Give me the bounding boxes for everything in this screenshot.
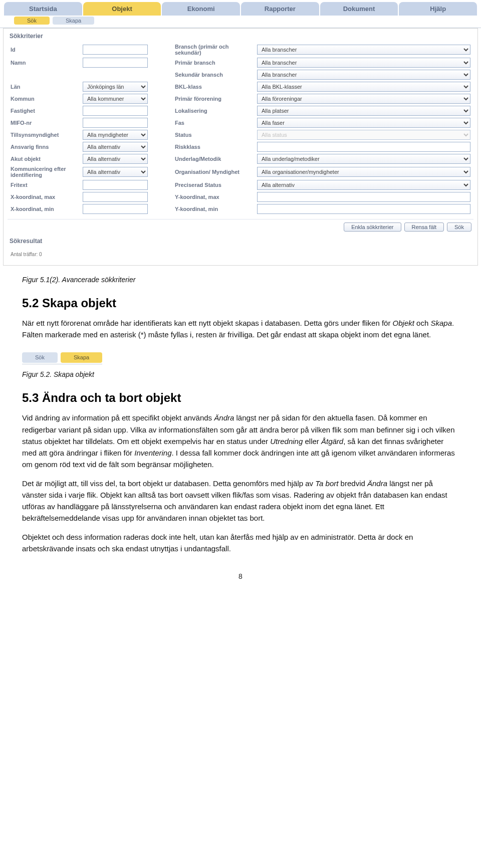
right-input-8[interactable] xyxy=(257,142,470,152)
right-input-6[interactable]: Alla faser xyxy=(257,118,470,128)
sub-navigation: SökSkapa xyxy=(0,16,481,28)
left-input-13[interactable] xyxy=(83,204,148,214)
left-label-5: Fastighet xyxy=(11,108,76,114)
right-input-2[interactable]: Alla branscher xyxy=(257,70,470,80)
button-row: Enkla sökkriterier Rensa fält Sök xyxy=(4,222,477,234)
right-label-11: Preciserad Status xyxy=(175,182,250,188)
right-field-8 xyxy=(257,142,470,152)
topnav-tab-hjälp[interactable]: Hjälp xyxy=(399,2,477,16)
left-label-6: MIFO-nr xyxy=(11,120,76,126)
left-input-1[interactable] xyxy=(83,58,148,68)
right-input-13[interactable] xyxy=(257,204,470,214)
sok-button[interactable]: Sök xyxy=(447,223,471,232)
subnav-pill-skapa[interactable]: Skapa xyxy=(53,17,94,25)
left-input-7[interactable]: Alla myndigheter xyxy=(83,130,148,140)
right-field-9: Alla underlag/metodiker xyxy=(257,154,470,164)
top-navigation: StartsidaObjektEkonomiRapporterDokumentH… xyxy=(0,0,481,16)
left-field-5 xyxy=(83,106,168,116)
left-input-8[interactable]: Alla alternativ xyxy=(83,142,148,152)
right-input-3[interactable]: Alla BKL-klasser xyxy=(257,82,470,92)
left-input-11[interactable] xyxy=(83,180,148,190)
left-input-5[interactable] xyxy=(83,106,148,116)
left-input-9[interactable]: Alla alternativ xyxy=(83,154,148,164)
right-field-0: Alla branscher xyxy=(257,45,470,55)
left-field-11 xyxy=(83,180,168,190)
right-input-10[interactable]: Alla organisationer/myndigheter xyxy=(257,167,470,177)
rensa-button[interactable]: Rensa fält xyxy=(404,223,444,232)
left-input-6[interactable] xyxy=(83,118,148,128)
fig-subnav-sök: Sök xyxy=(22,352,58,363)
right-label-8: Riskklass xyxy=(175,144,250,150)
right-input-7: Alla status xyxy=(257,130,470,140)
left-label-7: Tillsynsmyndighet xyxy=(11,132,76,138)
left-field-0 xyxy=(83,45,168,55)
left-input-3[interactable]: Jönköpings län xyxy=(83,82,148,92)
topnav-tab-objekt[interactable]: Objekt xyxy=(83,2,161,16)
left-label-11: Fritext xyxy=(11,182,76,188)
heading-5-2: 5.2 Skapa objekt xyxy=(22,294,459,312)
enkla-button[interactable]: Enkla sökkriterier xyxy=(344,223,401,232)
left-label-0: Id xyxy=(11,47,76,53)
right-label-7: Status xyxy=(175,132,250,138)
right-input-0[interactable]: Alla branscher xyxy=(257,45,470,55)
figure-caption-5-2: Figur 5.2. Skapa objekt xyxy=(22,369,459,380)
subnav-pill-sök[interactable]: Sök xyxy=(14,17,50,25)
topnav-tab-rapporter[interactable]: Rapporter xyxy=(241,2,319,16)
paragraph-5-2: När ett nytt förorenat område har identi… xyxy=(22,317,459,341)
left-input-4[interactable]: Alla kommuner xyxy=(83,94,148,104)
right-field-2: Alla branscher xyxy=(257,70,470,80)
left-label-8: Ansvarig finns xyxy=(11,144,76,150)
right-field-7: Alla status xyxy=(257,130,470,140)
right-input-1[interactable]: Alla branscher xyxy=(257,58,470,68)
left-field-8: Alla alternativ xyxy=(83,142,168,152)
left-field-10: Alla alternativ xyxy=(83,167,168,177)
right-input-5[interactable]: Alla platser xyxy=(257,106,470,116)
right-field-5: Alla platser xyxy=(257,106,470,116)
right-field-10: Alla organisationer/myndigheter xyxy=(257,167,470,177)
left-label-3: Län xyxy=(11,84,76,90)
right-label-0: Bransch (primär och sekundär) xyxy=(175,44,250,56)
left-field-1 xyxy=(83,58,168,68)
right-field-4: Alla föroreningar xyxy=(257,94,470,104)
left-field-12 xyxy=(83,192,168,202)
left-input-0[interactable] xyxy=(83,45,148,55)
hits-count: Antal träffar: 0 xyxy=(4,249,477,262)
paragraph-5-3-3: Objektet och dess information raderas do… xyxy=(22,531,459,555)
right-field-11: Alla alternativ xyxy=(257,180,470,190)
right-label-1: Primär bransch xyxy=(175,60,250,66)
left-label-9: Akut objekt xyxy=(11,156,76,162)
right-label-12: Y-koordinat, max xyxy=(175,194,250,200)
left-input-10[interactable]: Alla alternativ xyxy=(83,167,148,177)
right-input-9[interactable]: Alla underlag/metodiker xyxy=(257,154,470,164)
left-label-13: X-koordinat, min xyxy=(11,206,76,212)
left-input-12[interactable] xyxy=(83,192,148,202)
search-form-grid: IdBransch (primär och sekundär)Alla bran… xyxy=(4,44,477,214)
right-label-10: Organisation/ Myndighet xyxy=(175,169,250,175)
separator xyxy=(8,219,473,220)
left-field-3: Jönköpings län xyxy=(83,82,168,92)
paragraph-5-3-2: Det är möjligt att, till viss del, ta bo… xyxy=(22,478,459,524)
right-label-5: Lokalisering xyxy=(175,108,250,114)
left-field-9: Alla alternativ xyxy=(83,154,168,164)
figure-caption-5-1-2: Figur 5.1(2). Avancerade sökkriterier xyxy=(22,275,459,286)
right-input-11[interactable]: Alla alternativ xyxy=(257,180,470,190)
right-label-6: Fas xyxy=(175,120,250,126)
right-field-6: Alla faser xyxy=(257,118,470,128)
right-field-13 xyxy=(257,204,470,214)
topnav-tab-dokument[interactable]: Dokument xyxy=(320,2,398,16)
right-input-4[interactable]: Alla föroreningar xyxy=(257,94,470,104)
right-label-9: Underlag/Metodik xyxy=(175,156,250,162)
fig-subnav-skapa: Skapa xyxy=(61,352,102,363)
right-label-2: Sekundär bransch xyxy=(175,72,250,78)
topnav-tab-ekonomi[interactable]: Ekonomi xyxy=(162,2,240,16)
right-input-12[interactable] xyxy=(257,192,470,202)
left-field-4: Alla kommuner xyxy=(83,94,168,104)
paragraph-5-3-1: Vid ändring av information på ett specif… xyxy=(22,412,459,470)
search-criteria-title: Sökkriterier xyxy=(4,29,477,44)
figure-subnav-5-2: SökSkapa xyxy=(22,352,102,364)
topnav-tab-startsida[interactable]: Startsida xyxy=(4,2,82,16)
right-field-3: Alla BKL-klasser xyxy=(257,82,470,92)
right-label-3: BKL-klass xyxy=(175,84,250,90)
search-panel: Sökkriterier IdBransch (primär och sekun… xyxy=(3,28,478,266)
right-field-1: Alla branscher xyxy=(257,58,470,68)
